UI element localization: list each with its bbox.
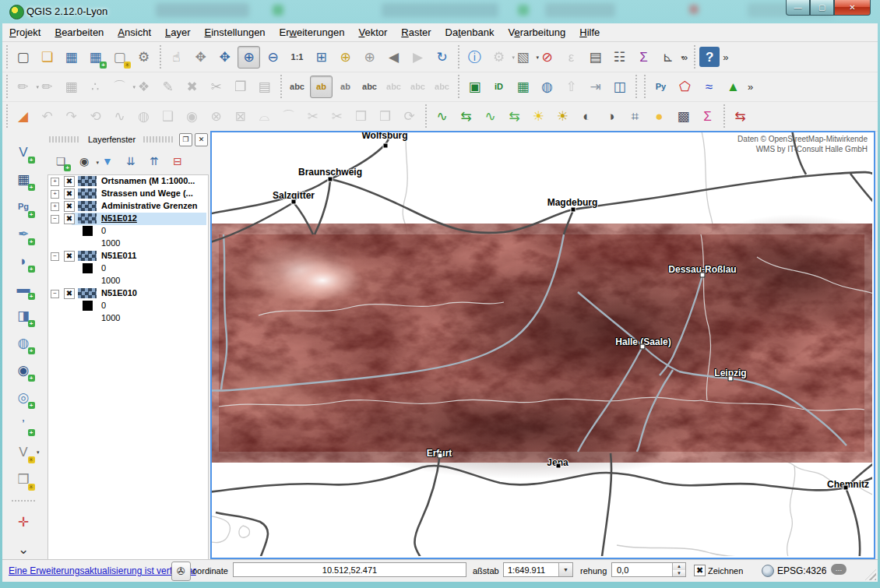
zoom-in-icon[interactable]: ⊕ (238, 46, 260, 69)
processing-plugin-icon[interactable]: ≈ (698, 76, 720, 98)
layer-name[interactable]: Strassen und Wege (... (101, 188, 193, 198)
layer-name[interactable]: Administrative Grenzen (101, 201, 197, 210)
show-hide-labels-icon[interactable]: abc (358, 76, 381, 98)
resize-grip[interactable] (865, 569, 876, 580)
labeling-icon[interactable]: abc (286, 76, 308, 98)
layer-legend-entry[interactable]: 0 (48, 262, 208, 275)
save-project-as-icon[interactable]: ▦+ (84, 46, 107, 69)
add-wms-layer-icon[interactable]: ◍+ (12, 332, 35, 354)
layer-visibility-checkbox[interactable]: ✖ (64, 251, 75, 262)
add-oracle-layer-icon[interactable]: ▬+ (12, 277, 35, 300)
tree-expander-icon[interactable]: − (51, 215, 59, 224)
new-print-composer-icon[interactable]: ▢✳ (108, 46, 131, 69)
field-calculator-icon[interactable]: ☷ (608, 46, 631, 69)
tree-expander-icon[interactable]: + (51, 178, 59, 186)
local-histogram-stretch-icon[interactable]: ∿ (431, 105, 453, 128)
menu-layer[interactable]: Layer (158, 24, 198, 40)
measure-icon[interactable]: ⊾▾ (656, 46, 679, 69)
toolbar-overflow-icon[interactable]: » (720, 51, 730, 63)
zoom-last-icon[interactable]: ◀ (382, 46, 405, 69)
sphere-plugin-icon[interactable]: ◍ (536, 76, 558, 98)
add-postgis-layer-icon[interactable]: Pg+ (12, 195, 35, 218)
panel-float-button[interactable]: ❐ (179, 133, 192, 146)
dem-terrain-icon[interactable]: ▲ (722, 76, 744, 98)
crs-status[interactable]: EPSG:4326 (777, 565, 826, 576)
layer-legend-entry[interactable]: 0 (48, 300, 208, 312)
layer-tree-item[interactable]: −✖N51E011 (48, 250, 208, 262)
layer-legend-entry[interactable]: 1000 (48, 275, 208, 287)
close-button[interactable]: ✕ (834, 0, 871, 16)
toolbar-overflow-icon[interactable]: » (745, 81, 755, 93)
new-geopackage-layer-icon[interactable]: ❒✳ (12, 468, 35, 491)
add-raster-layer-icon[interactable]: ▦+ (12, 168, 35, 191)
chevron-down-icon[interactable]: ▾ (37, 449, 40, 455)
menu-hilfe[interactable]: Hilfe (572, 24, 607, 40)
panel-close-button[interactable]: ✕ (195, 133, 208, 146)
refresh-map-icon[interactable]: ↻ (431, 46, 453, 69)
expand-all-icon[interactable]: ⇊ (121, 151, 141, 171)
tree-expander-icon[interactable]: − (51, 290, 59, 298)
map-canvas[interactable]: Daten © OpenStreetMap-Mitwirkende WMS by… (210, 131, 875, 559)
zonal-statistics-icon[interactable]: Σ (696, 105, 719, 128)
zoom-native-icon[interactable]: 1:1 (286, 46, 308, 69)
statistics-icon[interactable]: Σ (632, 46, 655, 69)
layer-tree-item[interactable]: +✖Ortsnamen (M 1:1000... (48, 175, 208, 188)
python-console-icon[interactable]: Py (649, 76, 672, 98)
tree-expander-icon[interactable]: + (51, 190, 59, 199)
add-wcs-layer-icon[interactable]: ◉+ (12, 359, 35, 382)
menu-einstellungen[interactable]: Einstellungen (198, 24, 273, 40)
messages-bubble-icon[interactable]: … (831, 564, 847, 575)
remove-layer-icon[interactable]: ⊟ (167, 151, 188, 171)
plugin-update-link[interactable]: Eine Erweiterungsaktualisierung ist verf… (9, 565, 196, 576)
increase-contrast-icon[interactable]: ◐ (576, 105, 598, 128)
pan-to-selection-icon[interactable]: ✥ (213, 46, 236, 69)
save-project-icon[interactable]: ▦ (60, 46, 83, 69)
grid-icon[interactable]: ⌗ (624, 105, 646, 128)
tree-expander-icon[interactable]: − (51, 252, 59, 261)
layer-labeling-icon[interactable]: ab (310, 76, 333, 98)
layer-name[interactable]: N51E012 (101, 213, 137, 223)
touch-zoom-icon[interactable]: ☝ (165, 46, 188, 69)
db-manager-icon[interactable]: ◫ (608, 76, 631, 98)
zoom-to-selection-icon[interactable]: ⊕ (334, 46, 357, 69)
manage-visibility-icon[interactable]: ◉▾ (74, 151, 94, 171)
layer-name[interactable]: N51E011 (101, 251, 136, 260)
pan-map-icon[interactable]: ✥ (189, 46, 212, 69)
menu-bearbeiten[interactable]: Bearbeiten (48, 24, 111, 40)
full-histogram-stretch-icon[interactable]: ⇆ (455, 105, 477, 128)
menu-verarbeitung[interactable]: Verarbeitung (502, 24, 573, 40)
menu-vektor[interactable]: Vektor (351, 24, 394, 40)
topology-checker-icon[interactable]: ⬠ (674, 76, 696, 98)
filter-legend-icon[interactable]: ▼ (97, 151, 118, 171)
layers-panel-header[interactable]: Layerfenster ❐ ✕ (44, 131, 210, 148)
image-plugin-icon[interactable]: ▦ (512, 76, 534, 98)
sun-dots-icon[interactable]: ● (648, 105, 671, 128)
osm-id-editor-icon[interactable]: iD (488, 76, 510, 98)
globe-plugin-icon[interactable]: ▣ (463, 76, 486, 98)
menu-datenbank[interactable]: Datenbank (438, 24, 502, 40)
spin-up-icon[interactable]: ▲ (673, 563, 685, 570)
new-shapefile-layer-icon[interactable]: V▾✳ (12, 441, 35, 463)
minimize-button[interactable]: — (786, 0, 810, 16)
add-delimited-text-layer-icon[interactable]: ’+ (12, 414, 35, 436)
add-wfs-layer-icon[interactable]: ◎+ (12, 386, 35, 409)
layer-visibility-checkbox[interactable]: ✖ (64, 201, 75, 212)
menu-erweiterungen[interactable]: Erweiterungen (273, 24, 352, 40)
increase-brightness-icon[interactable]: ☀ (527, 105, 550, 128)
attribute-table-icon[interactable]: ▤ (584, 46, 607, 69)
extents-toggle-button[interactable]: ✇ (171, 562, 191, 581)
layer-tree-item[interactable]: +✖Administrative Grenzen (48, 200, 208, 213)
tree-expander-icon[interactable]: + (51, 202, 59, 211)
layer-visibility-checkbox[interactable]: ✖ (64, 288, 75, 299)
local-cumulative-stretch-icon[interactable]: ∿ (479, 105, 502, 128)
composer-manager-icon[interactable]: ⚙ (132, 46, 155, 69)
panel-grip[interactable] (49, 136, 80, 143)
add-vector-layer-icon[interactable]: V+ (12, 141, 35, 164)
postgres-export-icon[interactable]: ⇥ (584, 76, 607, 98)
coordinate-capture-icon[interactable]: ✛ (12, 511, 35, 533)
road-graph-icon[interactable]: ⇆ (729, 105, 752, 128)
help-icon[interactable]: ? (699, 47, 720, 67)
chevron-down-icon[interactable]: ▼ (558, 563, 572, 576)
layer-visibility-checkbox[interactable]: ✖ (64, 188, 75, 199)
panel-grip[interactable] (143, 136, 174, 143)
